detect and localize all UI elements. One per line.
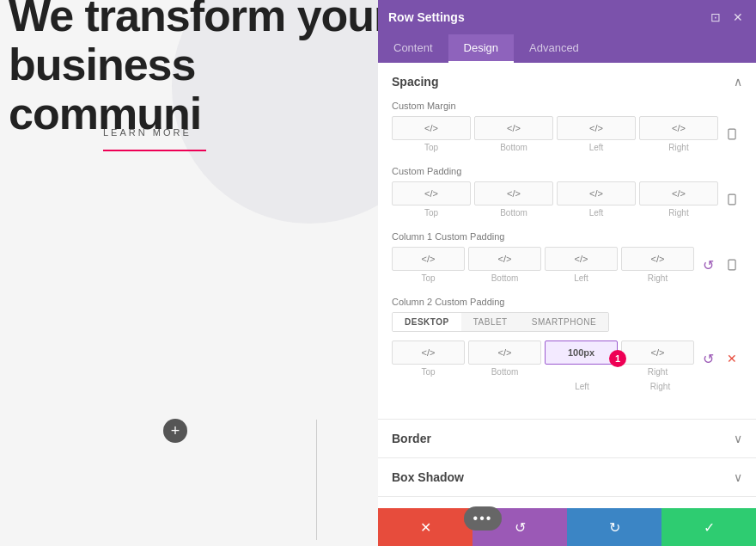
col2-padding-top-wrap: Top xyxy=(392,340,465,377)
padding-right-wrap: Right xyxy=(639,181,718,218)
col1-padding-left-label: Left xyxy=(574,273,588,283)
col1-reset-icon[interactable]: ↺ xyxy=(698,253,718,277)
custom-margin-label: Custom Margin xyxy=(392,101,742,111)
col1-padding-left-input[interactable] xyxy=(545,247,618,271)
col1-padding-tb: Top Bottom xyxy=(392,247,541,283)
col2-padding-left-wrap-outer: 1 xyxy=(545,340,618,377)
panel-header-icons: ⊡ ✕ xyxy=(708,9,746,25)
col1-padding-right-label: Right xyxy=(648,273,668,283)
box-shadow-section[interactable]: Box Shadow ∨ xyxy=(378,458,756,497)
col2-padding-left-input[interactable] xyxy=(545,340,618,365)
margin-right-input[interactable] xyxy=(639,116,718,140)
margin-top-input[interactable] xyxy=(392,116,471,140)
col2-padding-top-input[interactable] xyxy=(392,340,465,365)
vertical-line-decoration xyxy=(316,420,317,540)
tab-bar: Content Design Advanced xyxy=(378,34,756,63)
custom-padding-inputs: Top Bottom Left xyxy=(392,181,742,218)
learn-more-underline xyxy=(103,150,206,151)
border-chevron-icon: ∨ xyxy=(734,432,742,445)
col1-padding-bottom-wrap: Bottom xyxy=(468,247,541,283)
col1-padding-bottom-input[interactable] xyxy=(468,247,541,271)
tab-advanced[interactable]: Advanced xyxy=(514,34,594,63)
margin-right-label: Right xyxy=(668,143,688,152)
col2-padding-bottom-input[interactable] xyxy=(468,340,541,365)
col2-padding-left-wrap xyxy=(545,340,618,367)
svg-rect-2 xyxy=(729,194,735,205)
border-section-title: Border xyxy=(392,432,431,445)
custom-margin-tb: Top Bottom xyxy=(392,116,553,152)
svg-rect-0 xyxy=(729,129,735,139)
col2-padding-right-wrap: Right xyxy=(621,340,694,377)
col2-padding-bottom-label: Bottom xyxy=(491,367,519,377)
tab-design[interactable]: Design xyxy=(448,34,514,63)
col2-padding-bottom-wrap: Bottom xyxy=(468,340,541,377)
action-bar: ✕ ↺ ↻ ✓ xyxy=(378,508,756,546)
margin-right-wrap: Right xyxy=(639,116,718,152)
spacing-section: Spacing ∧ Custom Margin Top xyxy=(378,63,756,420)
padding-top-input[interactable] xyxy=(392,181,471,206)
padding-right-input[interactable] xyxy=(639,181,718,206)
dots-menu-button[interactable]: ••• xyxy=(464,506,502,531)
padding-right-label: Right xyxy=(668,208,688,218)
col2-reset-icon[interactable]: ↺ xyxy=(698,347,718,371)
box-shadow-section-title: Box Shadow xyxy=(392,470,464,484)
padding-bottom-wrap: Bottom xyxy=(474,181,553,218)
padding-left-label: Left xyxy=(589,208,604,218)
active-badge: 1 xyxy=(609,350,626,367)
col1-padding-inputs: Top Bottom Left xyxy=(392,247,742,283)
col2-padding-right-label: Right xyxy=(648,367,668,377)
spacing-section-content: Custom Margin Top Bottom xyxy=(378,101,756,419)
margin-device-icon[interactable] xyxy=(722,122,742,146)
device-tab-desktop[interactable]: DESKTOP xyxy=(393,313,461,331)
device-tabs: DESKTOP TABLET SMARTPHONE xyxy=(392,312,609,332)
panel-header: Row Settings ⊡ ✕ xyxy=(378,0,756,34)
custom-margin-subsection: Custom Margin Top Bottom xyxy=(392,101,742,152)
add-button[interactable]: + xyxy=(163,419,187,443)
col1-device-icon[interactable] xyxy=(722,253,742,277)
col2-padding-right-input[interactable] xyxy=(621,340,694,365)
margin-top-label: Top xyxy=(424,143,438,152)
col1-padding-label: Column 1 Custom Padding xyxy=(392,231,742,242)
box-shadow-chevron-icon: ∨ xyxy=(734,470,742,484)
page-background: We transform your business communi LEARN… xyxy=(0,0,378,546)
tab-content[interactable]: Content xyxy=(378,34,448,63)
padding-bottom-input[interactable] xyxy=(474,181,553,206)
col1-padding-subsection: Column 1 Custom Padding Top Bottom xyxy=(392,231,742,283)
margin-bottom-input[interactable] xyxy=(474,116,553,140)
learn-more-text: LEARN MORE xyxy=(103,127,192,138)
col1-padding-left-wrap: Left xyxy=(545,247,618,283)
padding-left-wrap: Left xyxy=(557,181,636,218)
confirm-button[interactable]: ✓ xyxy=(662,508,756,546)
col1-padding-bottom-label: Bottom xyxy=(491,273,519,283)
margin-left-wrap: Left xyxy=(557,116,636,152)
margin-top-wrap: Top xyxy=(392,116,471,152)
col2-left-label-text: Left xyxy=(545,382,619,391)
col1-padding-lr: Left Right xyxy=(545,247,694,283)
custom-padding-lr: Left Right xyxy=(557,181,718,218)
device-tab-smartphone[interactable]: SMARTPHONE xyxy=(520,313,608,331)
device-tab-tablet[interactable]: TABLET xyxy=(461,313,520,331)
margin-bottom-label: Bottom xyxy=(500,143,527,152)
col1-padding-top-wrap: Top xyxy=(392,247,465,283)
border-section[interactable]: Border ∨ xyxy=(378,420,756,458)
margin-bottom-wrap: Bottom xyxy=(474,116,553,152)
spacing-section-title: Spacing xyxy=(392,75,438,89)
spacing-section-header[interactable]: Spacing ∧ xyxy=(378,63,756,101)
svg-rect-4 xyxy=(729,260,735,270)
custom-margin-inputs: Top Bottom Left xyxy=(392,116,742,152)
col2-padding-lr: 1 Right xyxy=(545,340,694,377)
padding-device-icon[interactable] xyxy=(722,187,742,212)
col1-padding-top-input[interactable] xyxy=(392,247,465,271)
close-icon[interactable]: ✕ xyxy=(730,9,746,25)
redo-button[interactable]: ↻ xyxy=(567,508,662,546)
col2-padding-tb: Top Bottom xyxy=(392,340,541,377)
col2-close-icon[interactable]: ✕ xyxy=(722,347,742,371)
margin-left-input[interactable] xyxy=(557,116,636,140)
cancel-button[interactable]: ✕ xyxy=(378,508,472,546)
col1-padding-right-input[interactable] xyxy=(621,247,694,271)
custom-padding-tb: Top Bottom xyxy=(392,181,553,218)
panel-body: Spacing ∧ Custom Margin Top xyxy=(378,63,756,508)
minimize-icon[interactable]: ⊡ xyxy=(708,9,723,25)
panel-title: Row Settings xyxy=(388,10,465,24)
padding-left-input[interactable] xyxy=(557,181,636,206)
